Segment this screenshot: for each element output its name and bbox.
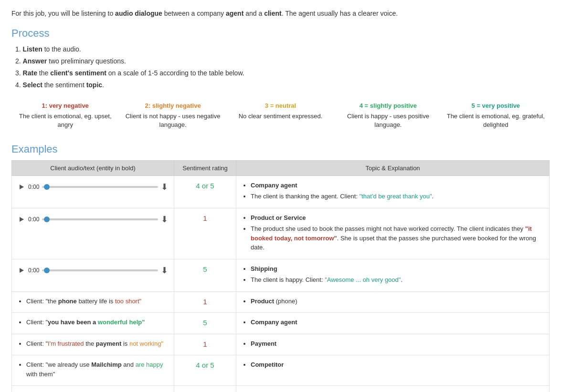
- scale-cell-5: 5 = very positive The client is emotiona…: [442, 99, 550, 133]
- text-rating-2: 5: [203, 319, 207, 327]
- table-header-row: Client audio/text (entity in bold) Senti…: [12, 160, 550, 175]
- text-topic-item-1: Product (phone): [251, 297, 543, 306]
- download-icon-1[interactable]: ⬇: [161, 181, 168, 194]
- topic-bullet-2a: Product or Service: [251, 213, 543, 223]
- sentiment-cell-3: 5: [174, 259, 236, 291]
- text-sentiment-2: 5: [174, 313, 236, 334]
- header-topic: Topic & Explanation: [236, 160, 550, 175]
- text-bullet-2: Client: "you have been a wonderful help": [18, 318, 168, 327]
- text-sentiment-3: 1: [174, 334, 236, 355]
- scale-5-desc: The client is emotional, eg. grateful, d…: [447, 113, 545, 128]
- text-cell-3: Client: "I'm frustrated the payment is n…: [12, 334, 174, 355]
- progress-dot-1: [44, 184, 50, 190]
- text-item-1: Client: "the phone battery life is too s…: [26, 297, 168, 306]
- examples-table: Client audio/text (entity in bold) Senti…: [11, 160, 550, 392]
- scale-cell-3: 3 = neutral No clear sentiment expressed…: [227, 99, 334, 133]
- play-button-3[interactable]: [18, 267, 25, 274]
- download-icon-2[interactable]: ⬇: [161, 213, 168, 226]
- text-topic-item-2: Company agent: [251, 318, 543, 327]
- scale-4-title: 4 = slightly positive: [338, 102, 438, 110]
- process-list: 1. Listen to the audio. 2. Answer two pr…: [11, 44, 550, 90]
- audio-player-3[interactable]: 0:00 ⬇: [18, 264, 168, 277]
- topic-bullets-3: Shipping The client is happy. Client: "A…: [242, 264, 543, 285]
- play-triangle-1: [20, 185, 24, 189]
- intro-paragraph: For this job, you will be listening to a…: [11, 9, 550, 19]
- progress-bar-1[interactable]: [42, 186, 158, 188]
- scale-cell-2: 2: slightly negative Client is not happy…: [119, 99, 226, 133]
- progress-dot-2: [44, 217, 50, 222]
- sentiment-cell-1: 4 or 5: [174, 175, 236, 208]
- text-rating-1: 1: [203, 298, 207, 306]
- text-bullet-3: Client: "I'm frustrated the payment is n…: [18, 339, 168, 349]
- scale-cell-1: 1: very negative The client is emotional…: [11, 99, 119, 133]
- text-topic-3: Payment: [236, 334, 550, 355]
- process-step-4: 4. Select the sentiment topic.: [15, 80, 550, 90]
- time-label-2: 0:00: [28, 215, 39, 224]
- table-row: 0:00 ⬇ 1 Product or Service The product …: [12, 208, 550, 259]
- text-sentiment-5: 4 or 5: [174, 386, 236, 392]
- topic-bullet-1a: Company agent: [251, 181, 543, 190]
- intro-bold-audio: audio dialogue: [115, 10, 162, 17]
- time-label-1: 0:00: [28, 183, 39, 191]
- process-step-3: 3. Rate the client's sentiment on a scal…: [15, 68, 550, 78]
- text-cell-4: Client: "we already use Mailchimp and ar…: [12, 355, 174, 386]
- audio-player-1[interactable]: 0:00 ⬇: [18, 181, 168, 194]
- topic-cell-3: Shipping The client is happy. Client: "A…: [236, 259, 550, 291]
- rating-3: 5: [203, 265, 207, 273]
- text-topic-bullets-2: Company agent: [242, 318, 543, 327]
- text-topic-1: Product (phone): [236, 291, 550, 313]
- process-title: Process: [11, 27, 550, 40]
- scale-3-desc: No clear sentiment expressed.: [239, 113, 323, 120]
- scale-2-title: 2: slightly negative: [123, 102, 222, 110]
- text-item-3: Client: "I'm frustrated the payment is n…: [26, 339, 168, 349]
- scale-table: 1: very negative The client is emotional…: [11, 99, 550, 133]
- intro-bold-agent: agent: [226, 10, 243, 17]
- text-sentiment-4: 4 or 5: [174, 355, 236, 386]
- quote-1: "that'd be great thank you": [360, 193, 432, 200]
- play-button-1[interactable]: [18, 183, 25, 191]
- table-row: 0:00 ⬇ 4 or 5 Company agent The client i…: [12, 175, 550, 208]
- topic-bullet-1b: The client is thanking the agent. Client…: [251, 192, 543, 201]
- table-row: Client: "you have been a wonderful help"…: [12, 313, 550, 334]
- audio-cell-1: 0:00 ⬇: [12, 175, 174, 208]
- text-bullet-4: Client: "we already use Mailchimp and ar…: [18, 360, 168, 379]
- scale-2-desc: Client is not happy - uses negative lang…: [126, 113, 221, 128]
- examples-title: Examples: [11, 143, 550, 155]
- topic-bullets-1: Company agent The client is thanking the…: [242, 181, 543, 201]
- text-rating-3: 1: [203, 340, 207, 348]
- text-item-2: Client: "you have been a wonderful help": [26, 318, 168, 327]
- process-step-1: 1. Listen to the audio.: [15, 44, 550, 54]
- text-cell-5: Client: "the weather is great today": [12, 386, 174, 392]
- text-topic-item-4: Competitor: [251, 360, 543, 370]
- topic-bullet-2b: The product she used to book the passes …: [251, 224, 543, 252]
- topic-bullet-3a: Shipping: [251, 264, 543, 274]
- progress-bar-2[interactable]: [42, 218, 158, 220]
- intro-bold-client: client: [264, 10, 282, 17]
- download-icon-3[interactable]: ⬇: [161, 264, 168, 277]
- rating-2: 1: [203, 214, 207, 222]
- table-row: Client: "the phone battery life is too s…: [12, 291, 550, 313]
- header-sentiment: Sentiment rating: [174, 160, 236, 175]
- text-topic-bullets-4: Competitor: [242, 360, 543, 370]
- sentiment-cell-2: 1: [174, 208, 236, 259]
- text-topic-4: Competitor: [236, 355, 550, 386]
- table-row: Client: "I'm frustrated the payment is n…: [12, 334, 550, 355]
- scale-1-title: 1: very negative: [15, 102, 115, 110]
- text-topic-item-3: Payment: [251, 339, 543, 349]
- scale-1-desc: The client is emotional, eg. upset, angr…: [19, 113, 112, 128]
- text-topic-2: Company agent: [236, 313, 550, 334]
- table-row: Client: "we already use Mailchimp and ar…: [12, 355, 550, 386]
- text-topic-bullets-1: Product (phone): [242, 297, 543, 306]
- topic-cell-2: Product or Service The product she used …: [236, 208, 550, 259]
- progress-dot-3: [44, 268, 50, 273]
- scale-cell-4: 4 = slightly positive Client is happy - …: [334, 99, 442, 133]
- scale-3-title: 3 = neutral: [231, 102, 330, 110]
- scale-4-desc: Client is happy - uses positive language…: [347, 113, 429, 128]
- audio-cell-2: 0:00 ⬇: [12, 208, 174, 259]
- play-button-2[interactable]: [18, 216, 25, 223]
- audio-player-2[interactable]: 0:00 ⬇: [18, 213, 168, 226]
- time-label-3: 0:00: [28, 266, 39, 275]
- header-audio: Client audio/text (entity in bold): [12, 160, 174, 175]
- progress-bar-3[interactable]: [42, 269, 158, 271]
- table-row: Client: "the weather is great today" 4 o…: [12, 386, 550, 392]
